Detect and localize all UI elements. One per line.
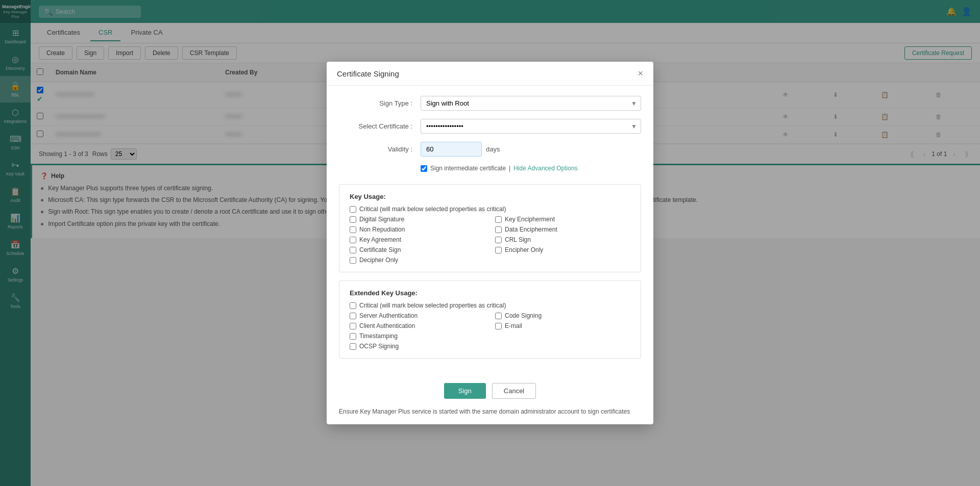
extended-key-usage-grid: Critical (will mark below selected prope… [350,302,630,350]
key-usage-item-crl-sign: CRL Sign [495,236,630,243]
ext-key-usage-server-auth-checkbox[interactable] [350,313,356,319]
sign-intermediate-label: Sign intermediate certificate [430,165,506,172]
ext-key-usage-item-server-auth: Server Authentication [350,312,485,319]
sign-intermediate-checkbox-row: Sign intermediate certificate | Hide Adv… [421,165,578,172]
ext-key-usage-ocsp-signing-checkbox[interactable] [350,343,356,350]
select-cert-label: Select Certificate : [339,122,421,130]
key-usage-data-enc-checkbox[interactable] [495,226,502,233]
key-usage-crl-sign-label: CRL Sign [505,236,531,243]
hide-advanced-link[interactable]: Hide Advanced Options [513,165,577,172]
modal-certificate-signing: Certificate Signing × Sign Type : Sign w… [327,62,653,424]
key-usage-digital-sig-label: Digital Signature [359,216,404,223]
key-usage-cert-sign-checkbox[interactable] [350,247,356,253]
select-cert-select-wrap: •••••••••••••••• ▼ [421,119,641,134]
key-usage-item-data-encipherment: Data Encipherment [495,226,630,233]
key-usage-section: Key Usage: Critical (will mark below sel… [339,184,641,272]
key-usage-encipher-only-checkbox[interactable] [495,247,502,253]
select-cert-row: Select Certificate : •••••••••••••••• ▼ [339,119,641,134]
validity-label: Validity : [339,145,421,153]
modal-footer: Sign Cancel [327,377,653,407]
ext-key-usage-critical-label: Critical (will mark below selected prope… [359,302,506,309]
key-usage-non-rep-checkbox[interactable] [350,226,356,233]
key-usage-item-encipher-only: Encipher Only [495,246,630,253]
key-usage-item-key-agreement: Key Agreement [350,236,485,243]
separator: | [509,165,510,172]
key-usage-critical-label: Critical (will mark below selected prope… [359,206,506,213]
sign-type-select[interactable]: Sign with Root Microsoft CA MSCA using A… [421,96,641,111]
key-usage-non-rep-label: Non Repudiation [359,226,405,233]
key-usage-title: Key Usage: [350,193,630,200]
validity-input-group: days [421,142,641,157]
extended-key-usage-section: Extended Key Usage: Critical (will mark … [339,280,641,359]
ext-key-usage-item-timestamping: Timestamping [350,332,485,340]
ext-key-usage-timestamping-label: Timestamping [359,332,398,340]
sign-type-label: Sign Type : [339,99,421,107]
sign-intermediate-checkbox[interactable] [421,165,427,172]
ext-key-usage-item-ocsp-signing: OCSP Signing [350,343,485,350]
days-label: days [486,145,500,153]
sign-intermediate-row: Sign intermediate certificate | Hide Adv… [421,165,641,176]
modal-notice: Ensure Key Manager Plus service is start… [327,407,653,424]
ext-key-usage-critical-checkbox[interactable] [350,302,356,309]
ext-key-usage-item-critical: Critical (will mark below selected prope… [350,302,630,309]
key-usage-digital-sig-checkbox[interactable] [350,216,356,223]
key-usage-decipher-only-label: Decipher Only [359,257,398,264]
modal-body: Sign Type : Sign with Root Microsoft CA … [327,86,653,377]
key-usage-item-non-repudiation: Non Repudiation [350,226,485,233]
key-usage-critical-checkbox[interactable] [350,206,356,213]
key-usage-cert-sign-label: Certificate Sign [359,246,401,253]
ext-key-usage-item-empty [495,343,630,350]
ext-key-usage-server-auth-label: Server Authentication [359,312,418,319]
ext-key-usage-email-checkbox[interactable] [495,323,502,329]
key-usage-item-decipher-only: Decipher Only [350,257,485,264]
ext-key-usage-item-code-signing: Code Signing [495,312,630,319]
key-usage-key-enc-checkbox[interactable] [495,216,502,223]
key-usage-key-agree-label: Key Agreement [359,236,401,243]
ext-key-usage-timestamping-checkbox[interactable] [350,333,356,340]
sign-type-select-wrap: Sign with Root Microsoft CA MSCA using A… [421,96,641,111]
validity-control: days [421,142,641,157]
key-usage-item-digital-sig: Digital Signature [350,216,485,223]
key-usage-decipher-only-checkbox[interactable] [350,257,356,264]
key-usage-item-critical: Critical (will mark below selected prope… [350,206,630,213]
key-usage-key-agree-checkbox[interactable] [350,237,356,243]
ext-key-usage-item-email: E-mail [495,322,630,329]
key-usage-grid: Critical (will mark below selected prope… [350,206,630,264]
ext-key-usage-ocsp-signing-label: OCSP Signing [359,343,399,350]
ext-key-usage-client-auth-label: Client Authentication [359,322,415,329]
validity-row: Validity : days [339,142,641,157]
ext-key-usage-email-label: E-mail [505,322,522,329]
select-cert-control: •••••••••••••••• ▼ [421,119,641,134]
key-usage-data-enc-label: Data Encipherment [505,226,557,233]
modal-close-button[interactable]: × [638,69,643,78]
ext-key-usage-code-signing-checkbox[interactable] [495,313,502,319]
key-usage-item-key-encipherment: Key Encipherment [495,216,630,223]
ext-key-usage-item-ocsp [495,332,630,340]
select-cert-select[interactable]: •••••••••••••••• [421,119,641,134]
key-usage-encipher-only-label: Encipher Only [505,246,543,253]
ext-key-usage-code-signing-label: Code Signing [505,312,542,319]
validity-input[interactable] [421,142,482,157]
modal-title: Certificate Signing [337,69,399,78]
modal-header: Certificate Signing × [327,62,653,86]
sign-submit-button[interactable]: Sign [444,383,486,399]
ext-key-usage-item-client-auth: Client Authentication [350,322,485,329]
cancel-button[interactable]: Cancel [492,383,536,399]
extended-key-usage-title: Extended Key Usage: [350,289,630,297]
key-usage-crl-sign-checkbox[interactable] [495,237,502,243]
key-usage-key-enc-label: Key Encipherment [505,216,555,223]
ext-key-usage-client-auth-checkbox[interactable] [350,323,356,329]
key-usage-item-cert-sign: Certificate Sign [350,246,485,253]
key-usage-item-empty [495,257,630,264]
sign-type-row: Sign Type : Sign with Root Microsoft CA … [339,96,641,111]
notice-text: Ensure Key Manager Plus service is start… [339,408,630,415]
modal-overlay[interactable]: Certificate Signing × Sign Type : Sign w… [0,0,980,486]
sign-type-control: Sign with Root Microsoft CA MSCA using A… [421,96,641,111]
